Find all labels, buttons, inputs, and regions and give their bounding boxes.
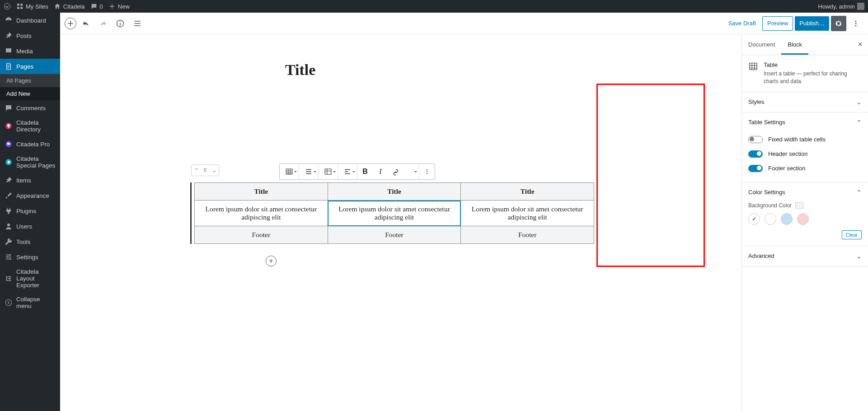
- block-identity: Table Insert a table — perfect for shari…: [742, 55, 868, 92]
- content-area[interactable]: Title ⌃ ⠿ ⌄ B I: [60, 34, 741, 411]
- drag-handle[interactable]: ⠿: [201, 165, 210, 176]
- table-footer-cell[interactable]: Footer: [195, 226, 328, 244]
- table-cell[interactable]: Lorem ipsum dolor sit amet consectetur a…: [328, 201, 461, 226]
- toggle-header-section[interactable]: [748, 150, 763, 158]
- table-footer-cell[interactable]: Footer: [461, 226, 594, 244]
- info-button[interactable]: [113, 16, 128, 31]
- exporter-label: Citadela Layout Exporter: [16, 268, 56, 289]
- save-draft-button[interactable]: Save Draft: [724, 16, 760, 31]
- redo-button[interactable]: [95, 16, 111, 31]
- sidebar-item-citadela-directory[interactable]: Citadela Directory: [0, 116, 60, 136]
- panel-header-styles[interactable]: Styles ⌄: [742, 92, 868, 112]
- block-mover-wrap: ⌃ ⠿ ⌄: [191, 164, 219, 176]
- text-align-icon: [343, 168, 352, 176]
- color-swatch-red[interactable]: [797, 213, 809, 225]
- block-mover[interactable]: ⌃ ⠿ ⌄: [191, 164, 219, 176]
- site-link[interactable]: Citadela: [54, 3, 85, 10]
- table-block[interactable]: Title Title Title Lorem ipsum dolor sit …: [190, 182, 594, 244]
- sites-icon: [16, 3, 23, 10]
- chevron-up-icon: ⌃: [856, 119, 862, 126]
- more-options-button[interactable]: [848, 16, 863, 31]
- sidebar-item-media[interactable]: Media: [0, 43, 60, 59]
- more-vertical-icon: [851, 19, 860, 28]
- page-title[interactable]: Title: [285, 61, 741, 79]
- toggle-fixed-width[interactable]: [748, 136, 763, 143]
- sidebar-item-tools[interactable]: Tools: [0, 234, 60, 249]
- tab-block[interactable]: Block: [781, 34, 808, 55]
- canvas: Title ⌃ ⠿ ⌄ B I: [60, 34, 868, 411]
- howdy-user[interactable]: Howdy, admin: [818, 3, 864, 10]
- edit-table-button[interactable]: [319, 164, 338, 179]
- add-block-inline-button[interactable]: +: [266, 256, 277, 266]
- table-header-cell[interactable]: Title: [461, 183, 594, 201]
- sidebar-item-items[interactable]: Items: [0, 173, 60, 188]
- comment-count: 0: [100, 3, 103, 10]
- table[interactable]: Title Title Title Lorem ipsum dolor sit …: [194, 182, 594, 244]
- footer-section-label: Footer section: [768, 165, 805, 172]
- block-name: Table: [764, 61, 862, 68]
- settings-toggle-button[interactable]: [831, 16, 846, 31]
- svg-point-14: [427, 169, 427, 170]
- panel-header-advanced[interactable]: Advanced ⌄: [742, 246, 868, 266]
- table-cell[interactable]: Lorem ipsum dolor sit amet consectetur a…: [461, 201, 594, 226]
- panel-header-table-settings[interactable]: Table Settings ⌃: [742, 112, 868, 132]
- home-icon: [54, 3, 61, 10]
- block-more-button[interactable]: [419, 164, 435, 179]
- comments-link[interactable]: 0: [90, 3, 103, 10]
- panel-header-color-settings[interactable]: Color Settings ⌃: [742, 182, 868, 202]
- tab-document[interactable]: Document: [742, 34, 781, 55]
- settings-label: Settings: [16, 254, 38, 261]
- color-swatch-white[interactable]: ✓: [748, 213, 760, 225]
- color-swatches: ✓: [748, 213, 862, 225]
- toggle-footer-row: Footer section: [748, 161, 862, 176]
- new-link[interactable]: New: [108, 3, 130, 10]
- table-header-cell[interactable]: Title: [328, 183, 461, 201]
- sidebar-item-comments[interactable]: Comments: [0, 100, 60, 116]
- panel-advanced: Advanced ⌄: [742, 246, 868, 266]
- sidebar-collapse[interactable]: Collapse menu: [0, 292, 60, 313]
- sidebar-item-layout-exporter[interactable]: Citadela Layout Exporter: [0, 265, 60, 292]
- sidebar-item-citadela-pro[interactable]: Citadela Pro: [0, 136, 60, 152]
- wp-logo[interactable]: [4, 3, 11, 10]
- sidebar-item-pages[interactable]: Pages: [0, 59, 60, 74]
- color-swatch-blue[interactable]: [781, 213, 793, 225]
- plus-icon: [108, 3, 116, 10]
- preview-button[interactable]: Preview: [762, 16, 793, 31]
- sidebar-item-appearance[interactable]: Appearance: [0, 188, 60, 203]
- table-cell[interactable]: Lorem ipsum dolor sit amet consectetur a…: [195, 201, 328, 226]
- plugins-label: Plugins: [16, 208, 36, 215]
- export-icon: [5, 275, 13, 283]
- outline-button[interactable]: [130, 16, 145, 31]
- sidebar-item-citadela-special[interactable]: Citadela Special Pages: [0, 152, 60, 173]
- text-align-button[interactable]: [338, 164, 357, 179]
- table-footer-cell[interactable]: Footer: [328, 226, 461, 244]
- table-edit-icon: [324, 168, 332, 176]
- svg-point-13: [855, 25, 857, 26]
- color-swatch-green[interactable]: [765, 213, 776, 225]
- sidebar-item-settings[interactable]: Settings: [0, 249, 60, 265]
- publish-button[interactable]: Publish…: [795, 16, 829, 31]
- close-settings-button[interactable]: ×: [852, 40, 868, 49]
- my-sites-link[interactable]: My Sites: [16, 3, 48, 10]
- align-button[interactable]: [299, 164, 318, 179]
- sidebar-item-dashboard[interactable]: Dashboard: [0, 13, 60, 28]
- clear-color-button[interactable]: Clear: [842, 230, 862, 239]
- add-block-button[interactable]: [65, 18, 76, 29]
- sub-add-new[interactable]: Add New: [0, 87, 60, 100]
- check-icon: ✓: [752, 215, 757, 222]
- move-up-button[interactable]: ⌃: [192, 165, 201, 176]
- move-down-button[interactable]: ⌄: [210, 165, 219, 176]
- sidebar-item-plugins[interactable]: Plugins: [0, 203, 60, 219]
- table-header-cell[interactable]: Title: [195, 183, 328, 201]
- sidebar-item-posts[interactable]: Posts: [0, 28, 60, 43]
- link-button[interactable]: [388, 164, 404, 179]
- toggle-footer-section[interactable]: [748, 165, 763, 172]
- more-format-button[interactable]: [404, 164, 419, 179]
- sidebar-item-users[interactable]: Users: [0, 219, 60, 234]
- advanced-label: Advanced: [748, 252, 774, 259]
- bold-button[interactable]: B: [357, 164, 373, 179]
- block-type-button[interactable]: [280, 164, 299, 179]
- italic-button[interactable]: I: [373, 164, 388, 179]
- sub-all-pages[interactable]: All Pages: [0, 74, 60, 87]
- undo-button[interactable]: [78, 16, 94, 31]
